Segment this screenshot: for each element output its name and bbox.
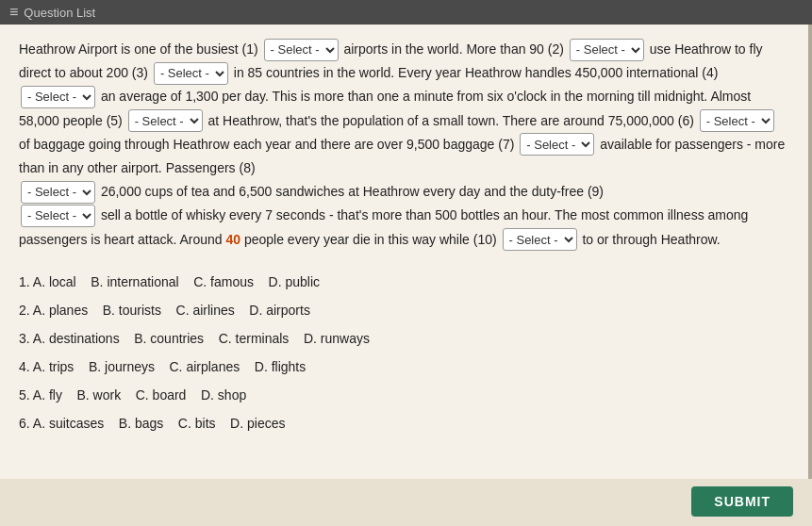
passage-part9: 26,000 cups of tea and 6,500 sandwiches …: [101, 184, 604, 199]
passage-part1: Heathrow Airport is one of the busiest (…: [19, 41, 258, 57]
option-row-4: 4. A. trips B. journeys C. airplanes D. …: [19, 353, 789, 380]
passage-part12: to or through Heathrow.: [582, 232, 720, 247]
passage-part11: people every year die in this way while …: [244, 232, 497, 247]
select-4[interactable]: - Select - A B C D: [21, 86, 95, 108]
menu-icon: ≡: [9, 4, 18, 21]
option-row-5: 5. A. fly B. work C. board D. shop: [19, 382, 789, 408]
option-5-text: 5. A. fly B. work C. board D. shop: [19, 387, 246, 403]
answer-options: 1. A. local B. international C. famous D…: [19, 269, 789, 436]
header-title: Question List: [24, 6, 95, 20]
select-6[interactable]: - Select - A B C D: [700, 109, 774, 132]
option-4-text: 4. A. trips B. journeys C. airplanes D. …: [19, 359, 306, 374]
passage-part4: in 85 countries in the world. Every year…: [234, 65, 719, 80]
main-content: Heathrow Airport is one of the busiest (…: [0, 25, 812, 479]
select-10[interactable]: - Select - A B C D: [503, 228, 577, 251]
select-7[interactable]: - Select - A B C D: [520, 133, 594, 156]
passage-part2: airports in the world. More than 90 (2): [343, 41, 563, 57]
option-1-number: 1. A. local B. international C. famous D…: [19, 274, 320, 289]
select-8[interactable]: - Select - A B C D: [21, 181, 95, 204]
passage: Heathrow Airport is one of the busiest (…: [19, 38, 789, 252]
submit-area: SUBMIT: [0, 479, 812, 526]
header-bar: ≡ Question List: [0, 0, 812, 25]
option-2-text: 2. A. planes B. tourists C. airlines D. …: [19, 303, 310, 318]
passage-part6: at Heathrow, that's the population of a …: [208, 113, 694, 128]
option-3-text: 3. A. destinations B. countries C. termi…: [19, 331, 370, 346]
select-1[interactable]: - Select - A B C D: [264, 39, 339, 61]
option-row-6: 6. A. suitcases B. bags C. bits D. piece…: [19, 410, 789, 436]
passage-part7: of baggage going through Heathrow each y…: [19, 137, 514, 152]
select-3[interactable]: - Select - A B C D: [154, 62, 228, 85]
option-row-2: 2. A. planes B. tourists C. airlines D. …: [19, 297, 789, 323]
option-row-3: 3. A. destinations B. countries C. termi…: [19, 325, 789, 352]
select-2[interactable]: - Select - A B C D: [570, 39, 644, 61]
select-9[interactable]: - Select - A B C D: [21, 205, 95, 227]
option-row-1: 1. A. local B. international C. famous D…: [19, 269, 789, 295]
passage-highlight: 40: [225, 232, 240, 247]
select-5[interactable]: - Select - A B C D: [128, 109, 203, 132]
option-6-text: 6. A. suitcases B. bags C. bits D. piece…: [19, 416, 285, 431]
submit-button[interactable]: SUBMIT: [691, 486, 793, 517]
